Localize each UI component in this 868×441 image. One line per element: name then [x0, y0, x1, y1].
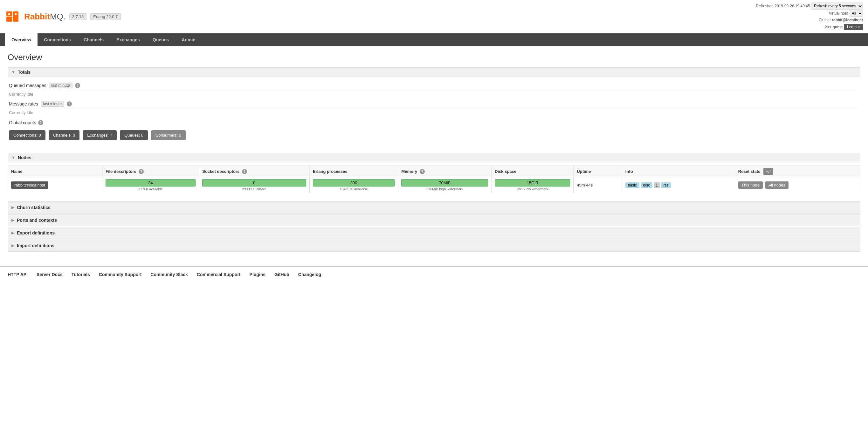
- virtual-host-select[interactable]: All: [849, 10, 863, 17]
- col-erlang-proc: Erlang processes: [310, 166, 398, 177]
- nav-item-channels[interactable]: Channels: [77, 33, 110, 46]
- import-arrow-icon: ▶: [11, 243, 14, 248]
- memory-help-icon[interactable]: ?: [420, 169, 425, 174]
- channels-count-button[interactable]: Channels: 0: [49, 130, 80, 140]
- logout-button[interactable]: Log out: [844, 24, 863, 30]
- currently-idle-2: Currently idle: [9, 109, 859, 117]
- socket-desc-cell: 0 29399 available: [199, 177, 310, 193]
- footer-link-server-docs[interactable]: Server Docs: [37, 272, 63, 277]
- nodes-table: Name File descriptors ? Socket descripto…: [8, 166, 860, 193]
- info-basic-badge[interactable]: basic: [625, 182, 640, 188]
- exchanges-count-button[interactable]: Exchanges: 7: [83, 130, 117, 140]
- logo-area: RabbitMQ. 3.7.18 Erlang 22.0.7: [5, 9, 756, 24]
- totals-content: Queued messages last minute ? Currently …: [8, 77, 860, 148]
- churn-statistics-title: Churn statistics: [17, 205, 51, 210]
- churn-statistics-header[interactable]: ▶ Churn statistics: [8, 201, 860, 213]
- svg-rect-3: [8, 13, 10, 15]
- memory-cell: 70MiB 390MiB high watermark: [398, 177, 492, 193]
- file-desc-help-icon[interactable]: ?: [138, 169, 144, 174]
- virtual-host-row: Virtual host All: [756, 10, 863, 17]
- nodes-arrow-icon: ▼: [11, 156, 15, 160]
- import-definitions-header[interactable]: ▶ Import definitions: [8, 240, 860, 251]
- socket-desc-help-icon[interactable]: ?: [242, 169, 247, 174]
- nav-item-overview[interactable]: Overview: [5, 33, 37, 46]
- col-memory: Memory ?: [398, 166, 492, 177]
- refresh-select[interactable]: Refresh every 5 seconds: [811, 3, 863, 9]
- nav-item-queues[interactable]: Queues: [146, 33, 175, 46]
- churn-statistics-section: ▶ Churn statistics: [8, 201, 860, 213]
- nav-item-connections[interactable]: Connections: [37, 33, 77, 46]
- info-disc-badge[interactable]: disc: [641, 182, 652, 188]
- info-num-badge: 1: [654, 182, 660, 188]
- totals-section: ▼ Totals Queued messages last minute ? C…: [8, 67, 860, 148]
- nodes-title: Nodes: [18, 155, 31, 160]
- plus-minus-button[interactable]: +/-: [764, 168, 774, 175]
- col-name: Name: [8, 166, 102, 177]
- refresh-info: Refreshed 2019-09-26 19:49:45 Refresh ev…: [756, 3, 863, 10]
- ports-contexts-header[interactable]: ▶ Ports and contexts: [8, 214, 860, 226]
- footer-link-changelog[interactable]: Changelog: [298, 272, 321, 277]
- footer-link-community-slack[interactable]: Community Slack: [150, 272, 188, 277]
- main-nav: Overview Connections Channels Exchanges …: [0, 33, 868, 46]
- queues-count-button[interactable]: Queues: 0: [120, 130, 148, 140]
- export-definitions-title: Export definitions: [17, 230, 55, 235]
- user-row: User guest Log out: [756, 24, 863, 31]
- footer-link-tutorials[interactable]: Tutorials: [71, 272, 90, 277]
- main-content: Overview ▼ Totals Queued messages last m…: [0, 46, 868, 259]
- ports-contexts-section: ▶ Ports and contexts: [8, 214, 860, 226]
- erlang-badge: Erlang 22.0.7: [90, 13, 121, 20]
- footer-link-commercial-support[interactable]: Commercial Support: [197, 272, 241, 277]
- col-socket-desc: Socket descriptors ?: [199, 166, 310, 177]
- export-definitions-section: ▶ Export definitions: [8, 227, 860, 239]
- info-cell: basic disc 1 rss: [622, 177, 735, 193]
- counts-row: Connections: 0 Channels: 0 Exchanges: 7 …: [9, 127, 859, 144]
- nav-item-exchanges[interactable]: Exchanges: [110, 33, 146, 46]
- footer-link-github[interactable]: GitHub: [274, 272, 289, 277]
- logo-brand: RabbitMQ.: [24, 12, 65, 22]
- export-arrow-icon: ▶: [11, 231, 14, 235]
- global-counts-label: Global counts: [9, 120, 36, 125]
- col-info: Info: [622, 166, 735, 177]
- nav-item-admin[interactable]: Admin: [175, 33, 202, 46]
- reset-all-nodes-button[interactable]: All nodes: [765, 181, 788, 189]
- page-title: Overview: [8, 53, 860, 62]
- node-name-cell: rabbit@localhost: [8, 177, 102, 193]
- nodes-content: Name File descriptors ? Socket descripto…: [8, 162, 860, 196]
- rabbitmq-logo-icon: [5, 9, 20, 24]
- queued-messages-label: Queued messages: [9, 83, 46, 88]
- col-uptime: Uptime: [574, 166, 622, 177]
- consumers-count-button[interactable]: Consumers: 0: [151, 130, 186, 140]
- cluster-row: Cluster rabbit@localhost: [756, 17, 863, 24]
- currently-idle-1: Currently idle: [9, 91, 859, 99]
- message-rates-help-icon[interactable]: ?: [67, 101, 72, 106]
- connections-count-button[interactable]: Connections: 0: [9, 130, 45, 140]
- svg-rect-1: [6, 16, 12, 22]
- reset-stats-cell: This node All nodes: [735, 177, 860, 193]
- totals-section-header[interactable]: ▼ Totals: [8, 67, 860, 77]
- info-rss-badge[interactable]: rss: [661, 182, 671, 188]
- table-row: rabbit@localhost 34 32768 available 0 2: [8, 177, 860, 193]
- footer-link-community-support[interactable]: Community Support: [99, 272, 142, 277]
- message-rates-row: Message rates last minute ?: [9, 99, 859, 109]
- footer-link-plugins[interactable]: Plugins: [250, 272, 266, 277]
- queued-messages-row: Queued messages last minute ?: [9, 81, 859, 91]
- queued-messages-help-icon[interactable]: ?: [75, 83, 80, 88]
- nodes-section-header[interactable]: ▼ Nodes: [8, 153, 860, 162]
- footer: HTTP API Server Docs Tutorials Community…: [0, 266, 868, 282]
- ports-arrow-icon: ▶: [11, 218, 14, 223]
- file-desc-cell: 34 32768 available: [102, 177, 199, 193]
- col-reset-stats: Reset stats +/-: [735, 166, 860, 177]
- top-right-info: Refreshed 2019-09-26 19:49:45 Refresh ev…: [756, 3, 863, 31]
- global-counts-help-icon[interactable]: ?: [38, 120, 43, 125]
- queued-messages-tag: last minute: [49, 82, 72, 88]
- reset-this-node-button[interactable]: This node: [738, 181, 763, 189]
- totals-title: Totals: [18, 70, 31, 75]
- erlang-proc-cell: 390 1048576 available: [310, 177, 398, 193]
- footer-link-http-api[interactable]: HTTP API: [8, 272, 28, 277]
- message-rates-label: Message rates: [9, 101, 38, 106]
- svg-rect-2: [13, 11, 19, 22]
- export-definitions-header[interactable]: ▶ Export definitions: [8, 227, 860, 239]
- col-file-desc: File descriptors ?: [102, 166, 199, 177]
- import-definitions-title: Import definitions: [17, 243, 54, 248]
- import-definitions-section: ▶ Import definitions: [8, 240, 860, 251]
